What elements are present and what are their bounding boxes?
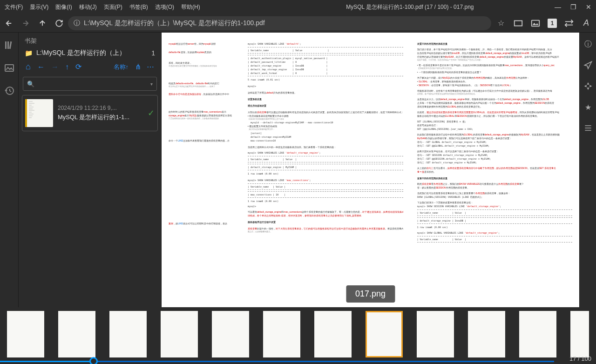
thumbnail-8-active[interactable]: [366, 311, 403, 357]
thumbnail-7[interactable]: [314, 311, 352, 357]
sort-button[interactable]: 名称↑: [114, 63, 129, 71]
menu-help[interactable]: 帮助(H): [181, 3, 200, 11]
thumbnail-11[interactable]: [519, 311, 556, 357]
bookshelf-panel: 书架 📁 L:\MySQL 是怎样运行的（上） 1 ⌂ ← → ↑ ⟳ 名称↑ …: [19, 33, 162, 307]
close-button[interactable]: ✕: [586, 3, 591, 11]
font-icon[interactable]: A: [581, 18, 591, 28]
check-icon: ✓: [148, 108, 155, 118]
folder-path-row[interactable]: 📁 L:\MySQL 是怎样运行的（上） 1: [21, 47, 159, 59]
folder-icon: 📁: [25, 49, 33, 57]
svg-rect-3: [5, 41, 7, 49]
bookshelf-item-thumb: ━━━━━━━━━━━━━━━━━━━━━━━━━━━━━━━━━━━━━━━━…: [25, 99, 53, 127]
menu-image[interactable]: 图像(I): [55, 3, 72, 11]
info-icon: ⓘ: [74, 19, 80, 27]
thumbnail-5[interactable]: [212, 311, 249, 357]
thumbnail-9[interactable]: [417, 311, 454, 357]
svg-rect-1: [532, 20, 540, 26]
menu-bar: 文件(F) 显示(V) 图像(I) 移动(J) 页面(P) 书签(B) 选项(O…: [0, 0, 596, 14]
share-icon[interactable]: ⋔: [135, 62, 141, 71]
list-rail-icon[interactable]: [583, 123, 593, 133]
address-bar[interactable]: ⓘ L:\MySQL 是怎样运行的（上）\MySQL 是怎样运行的1-100.p…: [68, 16, 491, 30]
thumbnail-10[interactable]: [468, 311, 505, 357]
page-indicator: 17 / 100: [569, 355, 591, 362]
page-badge[interactable]: 1: [548, 19, 557, 28]
back-button[interactable]: [5, 19, 13, 27]
up-button[interactable]: [38, 19, 47, 27]
bookshelf-header: 书架: [21, 35, 159, 47]
page-filename-tooltip: 017.png: [346, 285, 395, 303]
bookshelf-item-meta: 2024/1/29 11:22:16 9,...: [58, 105, 143, 111]
fit-width-icon[interactable]: [513, 18, 523, 28]
right-rail: ⓘ ★: [579, 33, 596, 307]
svg-marker-2: [533, 23, 539, 25]
more-icon[interactable]: ⋯: [147, 62, 154, 71]
menu-view[interactable]: 显示(V): [30, 3, 48, 11]
refresh-button[interactable]: [55, 19, 63, 27]
svg-rect-0: [515, 20, 522, 26]
svg-rect-5: [9, 41, 12, 49]
doc-page-middle: mysql> SHOW VARIABLES LIKE 'default%'; |…: [241, 33, 410, 307]
folder-path-text: L:\MySQL 是怎样运行的（上）: [36, 49, 148, 57]
menu-file[interactable]: 文件(F): [5, 3, 23, 11]
bookshelf-item-name: MySQL 是怎样运行的1-1...: [58, 113, 143, 121]
search-dropdown-icon[interactable]: ▾: [150, 81, 153, 87]
svg-rect-6: [5, 65, 14, 71]
info-rail-icon[interactable]: ⓘ: [583, 40, 593, 49]
window-controls: — ❐ ✕: [555, 3, 591, 11]
up-nav-icon[interactable]: ↑: [65, 63, 69, 71]
address-text: L:\MySQL 是怎样运行的（上）\MySQL 是怎样运行的1-100.pdf: [84, 19, 265, 27]
menu-items: 文件(F) 显示(V) 图像(I) 移动(J) 页面(P) 书签(B) 选项(O…: [5, 3, 200, 11]
thumbnail-1[interactable]: [7, 311, 44, 357]
sync-icon[interactable]: ⟳: [75, 62, 81, 71]
menu-bookmark[interactable]: 书签(B): [129, 3, 148, 11]
progress-fill: [0, 361, 93, 362]
swap-icon[interactable]: [564, 18, 574, 28]
thumbnail-12[interactable]: [570, 311, 589, 357]
image-rail-icon[interactable]: [4, 62, 15, 74]
window-title: MySQL 是怎样运行的1-100.pdf (17 / 100) - 017.p…: [265, 3, 555, 11]
menu-options[interactable]: 选项(O): [155, 3, 174, 11]
menu-page[interactable]: 页面(P): [104, 3, 122, 11]
thumbnail-strip[interactable]: [0, 307, 596, 361]
library-icon[interactable]: [4, 40, 15, 51]
bookshelf-item[interactable]: ━━━━━━━━━━━━━━━━━━━━━━━━━━━━━━━━━━━━━━━━…: [22, 95, 158, 131]
toolbar: ⓘ L:\MySQL 是怎样运行的（上）\MySQL 是怎样运行的1-100.p…: [0, 14, 596, 33]
search-icon: 🔍: [27, 81, 34, 88]
left-rail: [0, 33, 19, 307]
menu-move[interactable]: 移动(J): [79, 3, 97, 11]
document-viewport[interactable]: mysqld组运运行在server组，因为mysqld说明 defaults-f…: [162, 33, 579, 307]
forward-nav-icon[interactable]: →: [51, 63, 59, 71]
star-rail-icon[interactable]: ★: [583, 102, 593, 112]
picture-icon[interactable]: [530, 18, 541, 28]
minimize-button[interactable]: —: [555, 3, 561, 11]
forward-button[interactable]: [21, 19, 30, 27]
thumbnail-3[interactable]: [109, 311, 147, 357]
history-icon[interactable]: [4, 85, 15, 96]
bottom-bar: 17 / 100: [0, 361, 596, 364]
thumbnail-4[interactable]: [161, 311, 198, 357]
home-icon[interactable]: ⌂: [26, 62, 31, 72]
doc-page-right: 设置不同作用范围的系统变量 我们设计者设，多个客户端程序可以同时连接到一个服务器…: [410, 33, 580, 307]
sidebar-search[interactable]: 🔍 ▾: [23, 77, 157, 91]
folder-count: 1: [151, 49, 155, 57]
search-input[interactable]: [37, 81, 148, 88]
pinwheel-icon[interactable]: [583, 81, 593, 91]
star-icon[interactable]: ☆: [496, 18, 506, 28]
sidebar-toolbar: ⌂ ← → ↑ ⟳ 名称↑ ⋔ ⋯: [21, 59, 159, 74]
send-icon[interactable]: [583, 61, 593, 70]
doc-page-left: mysqld组运运行在server组，因为mysqld说明 defaults-f…: [162, 33, 241, 307]
progress-handle[interactable]: [89, 357, 98, 364]
back-nav-icon[interactable]: ←: [37, 63, 45, 71]
maximize-button[interactable]: ❐: [570, 3, 576, 11]
thumbnail-6[interactable]: [263, 311, 300, 357]
thumbnail-2[interactable]: [58, 311, 95, 357]
svg-rect-4: [7, 41, 9, 49]
